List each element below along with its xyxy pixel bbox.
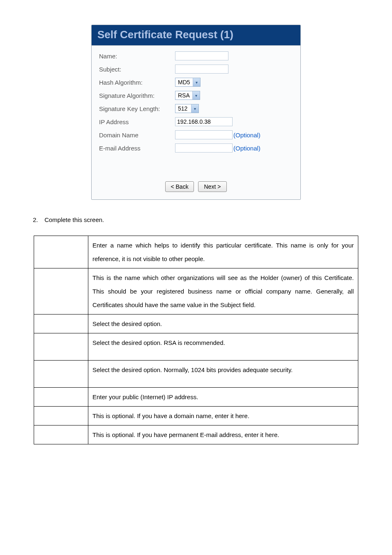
label-keylen: Signature Key Length: [99,105,175,112]
button-row: < Back Next > [99,181,293,192]
subject-input[interactable] [175,65,228,74]
label-ip: IP Address [99,118,175,125]
table-row: Select the desired option. [34,314,358,333]
cell-text: Select the desired option. RSA is recomm… [88,333,358,361]
label-hash: Hash Algorithm: [99,79,175,86]
chevron-down-icon: ▾ [192,91,200,99]
cell-text: This is optional. If you have permanent … [88,426,358,444]
label-name: Name: [99,53,175,60]
next-button[interactable]: Next > [198,181,227,192]
name-input[interactable] [175,51,228,60]
table-row: This is optional. If you have permanent … [34,426,358,444]
dialog-title: Self Certificate Request (1) [92,25,300,46]
table-row: Select the desired option. RSA is recomm… [34,333,358,361]
cell-text: This is optional. If you have a domain n… [88,407,358,426]
table-row: Select the desired option. Normally, 102… [34,361,358,388]
step-text: Complete this screen. [44,216,104,223]
self-cert-dialog: Self Certificate Request (1) Name: Subje… [91,25,301,200]
sig-value: RSA [175,92,192,99]
email-input[interactable] [175,143,233,153]
keylen-value: 512 [175,105,191,112]
table-row: Enter your public (Internet) IP address. [34,388,358,407]
step-number: 2. [33,216,43,223]
chevron-down-icon: ▾ [193,78,200,86]
label-email: E-mail Address [99,145,175,152]
optional-tag: (Optional) [233,145,261,152]
ip-input[interactable] [175,117,233,126]
cell-text: Enter a name which helps to identify thi… [88,236,358,268]
back-button[interactable]: < Back [165,181,194,192]
label-subject: Subject: [99,66,175,73]
table-row: This is the name which other organizatio… [34,268,358,314]
chevron-down-icon: ▾ [191,104,198,113]
sig-select[interactable]: RSA ▾ [175,91,200,100]
step-line: 2. Complete this screen. [33,216,367,223]
table-row: This is optional. If you have a domain n… [34,407,358,426]
domain-input[interactable] [175,130,233,139]
label-sig: Signature Algorithm: [99,92,175,99]
cell-text: Select the desired option. [88,314,358,333]
hash-value: MD5 [175,79,193,86]
dialog-body: Name: Subject: Hash Algorithm: MD5 ▾ Sig… [92,46,300,199]
cell-text: Select the desired option. Normally, 102… [88,361,358,388]
cell-text: Enter your public (Internet) IP address. [88,388,358,407]
keylen-select[interactable]: 512 ▾ [175,104,199,113]
cell-text: This is the name which other organizatio… [88,268,358,314]
hash-select[interactable]: MD5 ▾ [175,78,201,87]
label-domain: Domain Name [99,132,175,139]
table-row: Enter a name which helps to identify thi… [34,236,358,268]
optional-tag: (Optional) [233,132,261,139]
description-table: Enter a name which helps to identify thi… [34,236,358,444]
